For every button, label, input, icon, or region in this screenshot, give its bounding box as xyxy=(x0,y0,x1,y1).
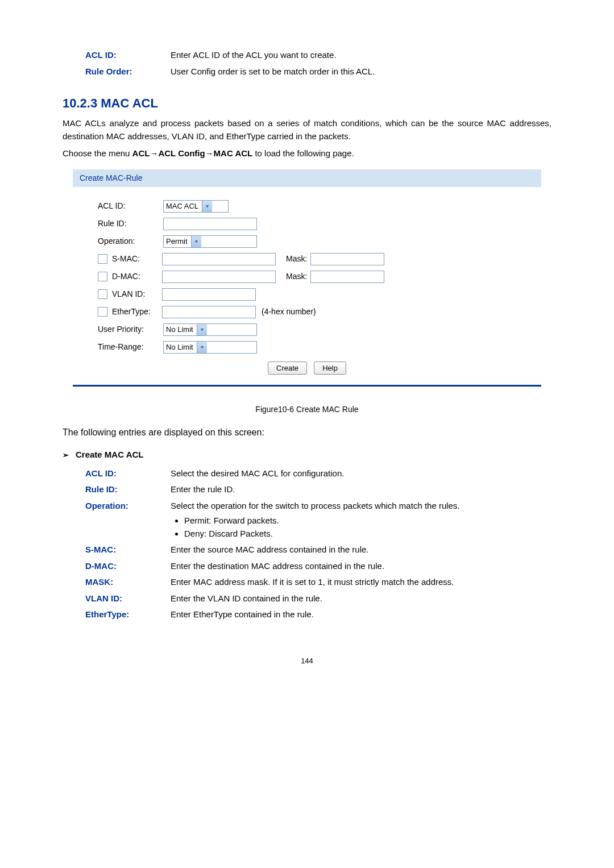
def-label-dmac2: D-MAC: xyxy=(85,560,171,573)
smac-mask-input[interactable] xyxy=(310,253,384,265)
def-value-dmac2: Enter the destination MAC address contai… xyxy=(171,560,551,573)
def-row-ruleorder: Rule Order: User Config order is set to … xyxy=(63,65,551,78)
create-button[interactable]: Create xyxy=(268,362,307,375)
chevron-down-icon: ▾ xyxy=(197,324,207,335)
def-row-aclid: ACL ID: Enter ACL ID of the ACL you want… xyxy=(63,49,551,62)
operation-bullets: Permit: Forward packets. Deny: Discard P… xyxy=(171,514,551,540)
chevron-down-icon: ▾ xyxy=(197,342,207,353)
menu-suffix: to load the following page. xyxy=(252,148,354,158)
help-button[interactable]: Help xyxy=(314,362,346,375)
def-label-ethertype2: EtherType: xyxy=(85,608,171,621)
menu-path: Choose the menu ACL→ACL Config→MAC ACL t… xyxy=(63,147,551,160)
operation-select[interactable]: Permit ▾ xyxy=(163,235,257,248)
aclid-select[interactable]: MAC ACL ▾ xyxy=(163,200,229,213)
ethertype-checkbox[interactable] xyxy=(98,307,107,317)
def-label-vlanid2: VLAN ID: xyxy=(85,592,171,605)
menu-bold: ACL→ACL Config→MAC ACL xyxy=(132,148,253,158)
form-row-userpriority: User Priority: No Limit ▾ xyxy=(81,323,533,336)
form-label-operation: Operation: xyxy=(98,235,163,247)
figure-caption: Figure10-6 Create MAC Rule xyxy=(63,404,551,416)
operation-select-text: Permit xyxy=(166,236,188,247)
def-row-smac2: S-MAC: Enter the source MAC address cont… xyxy=(63,543,551,556)
def-value-smac2: Enter the source MAC address contained i… xyxy=(171,543,551,556)
form-label-ethertype: EtherType: xyxy=(112,306,162,318)
figure-panel: Create MAC-Rule ACL ID: MAC ACL ▾ Rule I… xyxy=(73,169,541,387)
ruleid-input[interactable] xyxy=(163,218,257,230)
section-heading: 10.2.3 MAC ACL xyxy=(63,94,551,113)
def-value-ethertype2: Enter EtherType contained in the rule. xyxy=(171,608,551,621)
bullet-permit: Permit: Forward packets. xyxy=(184,514,551,528)
subsection-title: Create MAC ACL xyxy=(76,448,143,462)
chevron-right-icon: ➢ xyxy=(63,450,69,461)
def-row-ethertype2: EtherType: Enter EtherType contained in … xyxy=(63,608,551,621)
vlanid-input[interactable] xyxy=(162,288,256,301)
dmac-mask-label: Mask: xyxy=(286,271,307,283)
def-operation-desc: Select the operation for the switch to p… xyxy=(171,501,460,510)
def-row-dmac2: D-MAC: Enter the destination MAC address… xyxy=(63,560,551,573)
def-label-mask2: MASK: xyxy=(85,576,171,589)
def-row-operation2: Operation: Select the operation for the … xyxy=(63,500,551,541)
section-intro: MAC ACLs analyze and process packets bas… xyxy=(63,117,551,143)
def-row-vlanid2: VLAN ID: Enter the VLAN ID contained in … xyxy=(63,592,551,605)
def-value-ruleid2: Enter the rule ID. xyxy=(171,483,551,496)
form-row-operation: Operation: Permit ▾ xyxy=(81,235,533,248)
vlanid-checkbox[interactable] xyxy=(98,289,107,299)
def-row-aclid2: ACL ID: Select the desired MAC ACL for c… xyxy=(63,467,551,480)
panel-header: Create MAC-Rule xyxy=(73,169,541,187)
form-label-timerange: Time-Range: xyxy=(98,341,163,353)
def-row-mask2: MASK: Enter MAC address mask. If it is s… xyxy=(63,576,551,589)
form-row-ethertype: EtherType: (4-hex number) xyxy=(81,306,533,318)
subsection-row: ➢ Create MAC ACL xyxy=(63,448,551,462)
def-label-aclid: ACL ID: xyxy=(85,49,171,62)
def-value-aclid: Enter ACL ID of the ACL you want to crea… xyxy=(171,49,551,62)
lead-text: The following entries are displayed on t… xyxy=(63,426,551,439)
chevron-down-icon: ▾ xyxy=(191,236,201,247)
form-area: ACL ID: MAC ACL ▾ Rule ID: Operation: Pe… xyxy=(73,187,541,385)
form-row-dmac: D-MAC: Mask: xyxy=(81,271,533,283)
def-value-aclid2: Select the desired MAC ACL for configura… xyxy=(171,467,551,480)
userpriority-select-text: No Limit xyxy=(166,324,193,335)
form-row-aclid: ACL ID: MAC ACL ▾ xyxy=(81,200,533,213)
smac-mask-label: Mask: xyxy=(286,253,307,265)
smac-input[interactable] xyxy=(162,253,276,265)
def-label-smac2: S-MAC: xyxy=(85,543,171,556)
def-row-ruleid2: Rule ID: Enter the rule ID. xyxy=(63,483,551,496)
form-label-aclid: ACL ID: xyxy=(98,200,163,212)
form-row-timerange: Time-Range: No Limit ▾ xyxy=(81,341,533,354)
timerange-select-text: No Limit xyxy=(166,342,193,353)
form-row-vlanid: VLAN ID: xyxy=(81,288,533,301)
def-label-ruleorder: Rule Order: xyxy=(85,65,171,78)
form-label-smac: S-MAC: xyxy=(112,253,162,265)
form-label-dmac: D-MAC: xyxy=(112,271,162,283)
def-label-ruleid2: Rule ID: xyxy=(85,483,171,496)
aclid-select-text: MAC ACL xyxy=(166,201,198,212)
smac-checkbox[interactable] xyxy=(98,254,107,264)
ethertype-note: (4-hex number) xyxy=(262,306,316,318)
bullet-deny: Deny: Discard Packets. xyxy=(184,528,551,541)
menu-prefix: Choose the menu xyxy=(63,148,132,158)
ethertype-input[interactable] xyxy=(162,306,256,318)
def-label-operation2: Operation: xyxy=(85,500,171,541)
def-value-ruleorder: User Config order is set to be match ord… xyxy=(171,65,551,78)
timerange-select[interactable]: No Limit ▾ xyxy=(163,341,257,354)
form-row-ruleid: Rule ID: xyxy=(81,218,533,230)
dmac-input[interactable] xyxy=(162,271,276,283)
form-label-ruleid: Rule ID: xyxy=(98,218,163,230)
def-value-mask2: Enter MAC address mask. If it is set to … xyxy=(171,576,551,589)
dmac-mask-input[interactable] xyxy=(310,271,384,283)
button-row: Create Help xyxy=(81,362,533,375)
def-value-vlanid2: Enter the VLAN ID contained in the rule. xyxy=(171,592,551,605)
page-number: 144 xyxy=(63,655,551,667)
dmac-checkbox[interactable] xyxy=(98,272,107,281)
chevron-down-icon: ▾ xyxy=(202,201,212,212)
form-label-vlanid: VLAN ID: xyxy=(112,288,162,300)
form-row-smac: S-MAC: Mask: xyxy=(81,253,533,265)
form-label-userpriority: User Priority: xyxy=(98,323,163,335)
def-label-aclid2: ACL ID: xyxy=(85,467,171,480)
def-value-operation2: Select the operation for the switch to p… xyxy=(171,500,551,541)
userpriority-select[interactable]: No Limit ▾ xyxy=(163,323,257,336)
